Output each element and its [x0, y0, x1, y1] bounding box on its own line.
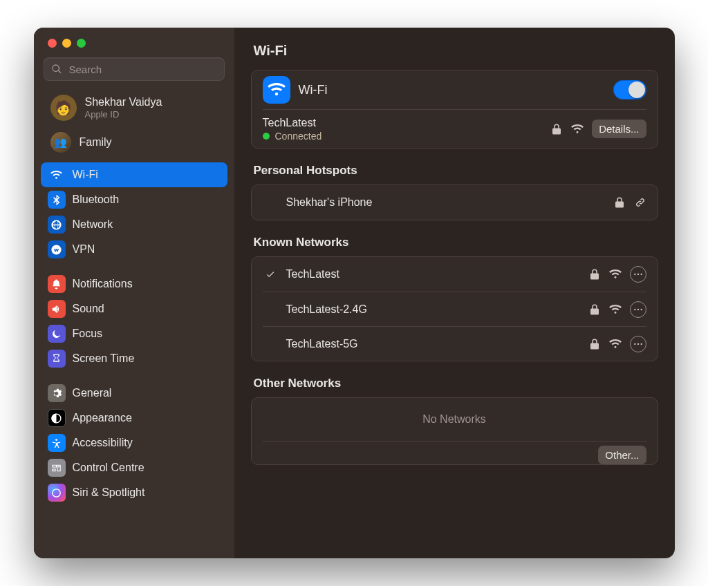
hotspot-link-icon — [634, 196, 646, 209]
family-avatar: 👥 — [50, 132, 71, 153]
network-name: TechLatest-2.4G — [286, 303, 367, 316]
sidebar-item-label: Focus — [73, 328, 103, 340]
siri-icon — [48, 484, 66, 502]
sidebar-item-screentime[interactable]: Screen Time — [41, 346, 227, 371]
controlcentre-icon — [48, 459, 66, 477]
user-avatar: 🧑 — [50, 95, 77, 121]
wifi-signal-icon — [609, 268, 622, 281]
gear-icon — [48, 384, 66, 402]
current-network-name: TechLatest — [263, 117, 322, 129]
window-controls — [34, 28, 234, 57]
sidebar-item-sound[interactable]: Sound — [41, 296, 227, 321]
known-network-row[interactable]: TechLatest — [263, 257, 646, 292]
family-label: Family — [80, 136, 112, 149]
sidebar-item-general[interactable]: General — [41, 381, 227, 406]
network-name: TechLatest — [286, 268, 339, 281]
sidebar-item-controlcentre[interactable]: Control Centre — [41, 455, 227, 480]
sidebar-item-notifications[interactable]: Notifications — [41, 272, 227, 296]
personal-hotspots-list: Shekhar's iPhone — [251, 184, 658, 220]
moon-icon — [48, 325, 66, 343]
wifi-signal-icon — [609, 303, 622, 316]
other-network-button[interactable]: Other... — [598, 446, 646, 464]
wifi-app-icon — [263, 76, 290, 104]
appearance-icon — [48, 409, 66, 427]
hotspot-row[interactable]: Shekhar's iPhone — [263, 185, 646, 220]
lock-icon — [588, 268, 601, 281]
bell-icon — [48, 275, 66, 293]
lock-icon — [588, 303, 601, 316]
wifi-toggle[interactable] — [613, 80, 646, 99]
network-name: TechLatest-5G — [286, 338, 358, 350]
globe-icon — [48, 216, 66, 234]
zoom-window-button[interactable] — [77, 39, 86, 48]
lock-icon — [588, 338, 601, 350]
wifi-signal-icon — [571, 123, 584, 135]
wifi-status-card: Wi-Fi TechLatest Connected D — [251, 70, 658, 149]
sidebar-item-label: Siri & Spotlight — [73, 486, 145, 499]
network-options-button[interactable] — [630, 266, 646, 283]
search-icon — [51, 64, 62, 75]
hourglass-icon — [48, 350, 66, 368]
sidebar-item-label: Appearance — [73, 412, 132, 424]
known-network-row[interactable]: TechLatest-2.4G — [263, 292, 646, 326]
family-row[interactable]: 👥 Family — [38, 128, 230, 157]
wifi-label: Wi-Fi — [299, 83, 328, 97]
current-network-status: Connected — [263, 131, 322, 142]
personal-hotspots-title: Personal Hotspots — [254, 164, 658, 178]
status-dot-icon — [263, 133, 270, 140]
sidebar-item-label: Control Centre — [73, 462, 145, 474]
sidebar-item-label: Network — [73, 218, 113, 231]
sidebar-item-label: Wi-Fi — [73, 169, 98, 181]
wifi-icon — [48, 166, 66, 184]
sidebar-item-label: Bluetooth — [73, 193, 120, 206]
sidebar-item-label: Accessibility — [73, 437, 133, 449]
wifi-signal-icon — [609, 338, 622, 350]
hotspot-name: Shekhar's iPhone — [286, 196, 373, 209]
sidebar: 🧑 Shekhar Vaidya Apple ID 👥 Family Wi-Fi… — [34, 28, 234, 558]
other-networks-card: No Networks Other... — [251, 397, 658, 465]
sidebar-item-bluetooth[interactable]: Bluetooth — [41, 187, 227, 212]
bluetooth-icon — [48, 191, 66, 209]
details-button[interactable]: Details... — [592, 120, 646, 138]
connected-check-icon — [263, 269, 278, 279]
sidebar-item-network[interactable]: Network — [41, 212, 227, 237]
apple-id-row[interactable]: 🧑 Shekhar Vaidya Apple ID — [38, 91, 230, 125]
known-networks-title: Known Networks — [254, 236, 658, 249]
close-window-button[interactable] — [48, 39, 57, 48]
accessibility-icon — [48, 434, 66, 452]
page-title: Wi-Fi — [254, 43, 655, 59]
lock-icon — [613, 196, 626, 209]
sidebar-item-vpn[interactable]: VPN — [41, 237, 227, 262]
sidebar-item-appearance[interactable]: Appearance — [41, 406, 227, 430]
search-field[interactable] — [44, 57, 225, 81]
known-network-row[interactable]: TechLatest-5G — [263, 326, 646, 361]
search-input[interactable] — [68, 63, 217, 76]
main-header: Wi-Fi — [234, 28, 675, 70]
vpn-icon — [48, 240, 66, 258]
sidebar-item-label: Notifications — [73, 278, 133, 290]
sidebar-item-accessibility[interactable]: Accessibility — [41, 430, 227, 455]
sidebar-item-label: Screen Time — [73, 352, 135, 365]
settings-window: 🧑 Shekhar Vaidya Apple ID 👥 Family Wi-Fi… — [34, 28, 675, 558]
sidebar-item-label: VPN — [73, 243, 95, 256]
main-pane: Wi-Fi Wi-Fi TechLatest — [234, 28, 675, 558]
sidebar-item-label: General — [73, 387, 112, 399]
speaker-icon — [48, 300, 66, 318]
network-options-button[interactable] — [630, 336, 646, 352]
no-networks-label: No Networks — [263, 398, 646, 441]
minimize-window-button[interactable] — [62, 39, 71, 48]
lock-icon — [550, 123, 563, 135]
sidebar-item-wifi[interactable]: Wi-Fi — [41, 162, 227, 187]
sidebar-item-label: Sound — [73, 303, 104, 315]
user-name: Shekhar Vaidya — [85, 95, 162, 109]
known-networks-list: TechLatest TechLatest-2.4G TechLatest-5G — [251, 256, 658, 361]
other-networks-title: Other Networks — [254, 377, 658, 390]
sidebar-item-focus[interactable]: Focus — [41, 321, 227, 346]
sidebar-item-siri[interactable]: Siri & Spotlight — [41, 480, 227, 505]
user-sublabel: Apple ID — [85, 109, 162, 120]
network-options-button[interactable] — [630, 301, 646, 318]
